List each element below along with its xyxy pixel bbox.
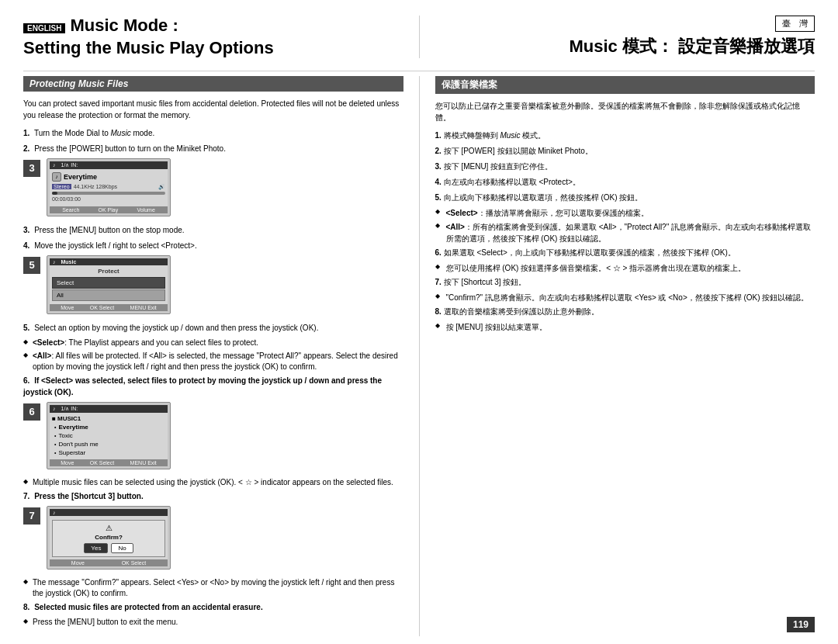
ds5-bottom: Move OK Select MENU Exit bbox=[50, 304, 168, 311]
right-column: 保護音樂檔案 您可以防止已儲存之重要音樂檔案被意外刪除。受保護的檔案將無不會刪除… bbox=[420, 76, 815, 636]
ds3-titlebar: ♪ 1/∧ IN: bbox=[50, 161, 168, 169]
step-2: 2. Press the [POWER] button to turn on t… bbox=[23, 143, 403, 154]
bullet-5-select: <Select>: The Playlist appears and you c… bbox=[23, 338, 403, 348]
ds7-body: ⚠ Confirm? Yes No bbox=[50, 516, 168, 559]
device-screen-3: ♪ 1/∧ IN: ♪ Everytime Stereo 44.1KHz 128… bbox=[47, 158, 171, 216]
step-1: 1. Turn the Mode Dial to Music mode. bbox=[23, 127, 403, 139]
title-main: Music Mode : bbox=[70, 16, 178, 36]
taiwan-badge: 臺 灣 bbox=[775, 16, 815, 32]
bullet-6: Multiple music files can be selected usi… bbox=[23, 477, 403, 488]
zh-bullet-5-select: <Select>：播放清單將會顯示，您可以選取要保護的檔案。 bbox=[435, 207, 815, 219]
step-badge-7: 7 bbox=[23, 507, 40, 525]
step-badge-3: 3 bbox=[23, 160, 40, 177]
main-divider bbox=[23, 71, 815, 71]
zh-bullet-7: "Confirm?" 訊息將會顯示。向左或向右移動搖桿以選取 <Yes> 或 <… bbox=[435, 292, 815, 303]
ds6-body: ■ MUSIC1 Everytime Toxic Don't push me S… bbox=[50, 413, 168, 459]
step-badge-6: 6 bbox=[23, 403, 40, 421]
left-header: ENGLISH Music Mode : Setting the Music P… bbox=[23, 16, 419, 60]
step-badge-5: 5 bbox=[23, 257, 40, 274]
bullet-7: The message "Confirm?" appears. Select <… bbox=[23, 577, 403, 599]
device-step-5: 5 ♪ Music Protect Select All Move OK Sel… bbox=[23, 255, 403, 314]
device-screen-6: ♪ 1/∧ IN: ■ MUSIC1 Everytime Toxic Don't… bbox=[47, 402, 171, 469]
page-header: ENGLISH Music Mode : Setting the Music P… bbox=[23, 16, 815, 60]
ds7-titlebar: ♪ bbox=[50, 509, 168, 516]
zh-bullet-5-all: <All>：所有的檔案將會受到保護。如果選取 <All>，"Protect Al… bbox=[435, 221, 815, 244]
ds6-titlebar: ♪ 1/∧ IN: bbox=[50, 405, 168, 413]
confirm-box: ⚠ Confirm? Yes No bbox=[52, 520, 165, 557]
device-screen-7: ♪ ⚠ Confirm? Yes No Move bbox=[47, 506, 171, 570]
right-header: 臺 灣 Music 模式： 設定音樂播放選項 bbox=[419, 16, 815, 58]
step-3: 3. Press the [MENU] button on the stop m… bbox=[23, 224, 403, 236]
ds7-bottom: Move OK Select bbox=[50, 559, 168, 566]
yes-button[interactable]: Yes bbox=[84, 543, 108, 553]
ds3-progress bbox=[52, 192, 165, 195]
zh-intro: 您可以防止已儲存之重要音樂檔案被意外刪除。受保護的檔案將無不會刪除，除非您解除保… bbox=[435, 100, 815, 123]
zh-step-7: 7. 按下 [Shortcut 3] 按鈕。 bbox=[435, 276, 815, 289]
zh-step-4: 4. 向左或向右移動搖桿以選取 <Protect>。 bbox=[435, 176, 815, 189]
right-section-title: 保護音樂檔案 bbox=[435, 76, 815, 94]
step-4: 4. Move the joystick left / right to sel… bbox=[23, 240, 403, 251]
title-sub: Setting the Music Play Options bbox=[23, 37, 403, 60]
ds5-titlebar: ♪ Music bbox=[50, 258, 168, 265]
bullet-5-all: <All>: All files will be protected. If <… bbox=[23, 351, 403, 372]
ds3-music-icon: ♪ bbox=[52, 172, 61, 182]
zh-step-5: 5. 向上或向下移動搖桿以選取選項，然後按搖桿 (OK) 按鈕。 bbox=[435, 192, 815, 204]
step-8: 8. Selected music files are protected fr… bbox=[23, 601, 403, 613]
left-column: Protecting Music Files You can protect s… bbox=[23, 76, 420, 636]
ds5-select: Select bbox=[52, 277, 165, 289]
device-step-3: 3 ♪ 1/∧ IN: ♪ Everytime Stereo 44.1KHz bbox=[23, 158, 403, 216]
bullet-8: Press the [MENU] button to exit the menu… bbox=[23, 617, 403, 628]
zh-bullet-6: 您可以使用搖桿 (OK) 按鈕選擇多個音樂檔案。< ☆ > 指示器將會出現在選取… bbox=[435, 262, 815, 274]
device-step-7: 7 ♪ ⚠ Confirm? Yes No bbox=[23, 506, 403, 570]
zh-step-3: 3. 按下 [MENU] 按鈕直到它停住。 bbox=[435, 161, 815, 173]
zh-step-6: 6. 如果選取 <Select>，向上或向下移動搖桿以選取要保護的檔案，然後按下… bbox=[435, 247, 815, 259]
step-6: 6. If <Select> was selected, select file… bbox=[23, 375, 403, 398]
ds3-body: ♪ Everytime Stereo 44.1KHz 128Kbps 🔊 00:… bbox=[50, 169, 168, 206]
device-step-6: 6 ♪ 1/∧ IN: ■ MUSIC1 Everytime Toxic Don… bbox=[23, 402, 403, 469]
zh-step-1: 1. 將模式轉盤轉到 Music 模式。 bbox=[435, 130, 815, 142]
intro-text: You can protect saved important music fi… bbox=[23, 98, 403, 121]
ds6-bottom: Move OK Select MENU Exit bbox=[50, 459, 168, 466]
content-area: Protecting Music Files You can protect s… bbox=[23, 76, 815, 636]
step-7: 7. Press the [Shortcut 3] button. bbox=[23, 490, 403, 502]
zh-step-8: 8. 選取的音樂檔案將受到保護以防止意外刪除。 bbox=[435, 306, 815, 318]
left-section-title: Protecting Music Files bbox=[23, 76, 403, 92]
ds3-bottom: Search OK Play Volume bbox=[50, 206, 168, 213]
no-button[interactable]: No bbox=[111, 543, 133, 553]
page-number: 119 bbox=[787, 617, 815, 632]
ds5-body: Protect Select All bbox=[50, 265, 168, 304]
chinese-title: Music 模式： 設定音樂播放選項 bbox=[569, 35, 815, 58]
zh-bullet-8: 按 [MENU] 按鈕以結束選單。 bbox=[435, 321, 815, 333]
step-5-label: 5. Select an option by moving the joysti… bbox=[23, 322, 403, 334]
device-screen-5: ♪ Music Protect Select All Move OK Selec… bbox=[47, 255, 171, 314]
zh-step-2: 2. 按下 [POWER] 按鈕以開啟 Miniket Photo。 bbox=[435, 145, 815, 158]
ds5-all: All bbox=[52, 289, 165, 301]
english-badge: ENGLISH bbox=[23, 23, 65, 33]
